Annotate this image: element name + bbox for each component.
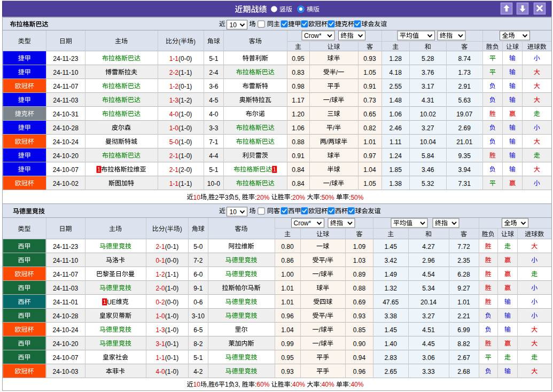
svg-text:(1-0): (1-0) (165, 285, 178, 292)
svg-text:60%: 60% (256, 381, 269, 388)
svg-text:1-3: 1-3 (155, 326, 165, 334)
svg-text:9.27: 9.27 (457, 285, 470, 292)
svg-text:1.06: 1.06 (292, 124, 305, 132)
svg-text:3.94: 3.94 (458, 166, 471, 174)
svg-text:(1-0): (1-0) (178, 138, 192, 146)
svg-text:4-0: 4-0 (209, 111, 219, 118)
svg-text:,: , (207, 194, 208, 201)
svg-text:0.98: 0.98 (292, 83, 305, 90)
svg-text:3.06: 3.06 (422, 354, 435, 362)
svg-text:3.27: 3.27 (422, 312, 435, 320)
svg-text:10: 10 (193, 194, 201, 201)
svg-text:24-10-07: 24-10-07 (53, 166, 79, 174)
svg-text:1-2: 1-2 (169, 83, 179, 90)
svg-text:1.09: 1.09 (353, 243, 366, 250)
svg-text:5.32: 5.32 (422, 180, 434, 187)
svg-text:2.68: 2.68 (457, 368, 470, 375)
svg-text:1: 1 (97, 166, 100, 173)
svg-text:2.55: 2.55 (390, 83, 402, 90)
svg-text:0.83: 0.83 (292, 69, 305, 76)
svg-text:0.96: 0.96 (353, 368, 366, 375)
svg-text:1.17: 1.17 (292, 97, 305, 104)
svg-text:9.35: 9.35 (458, 152, 471, 160)
svg-text:4.31: 4.31 (422, 97, 434, 104)
svg-text:24-11-03: 24-11-03 (53, 97, 78, 104)
svg-text:1.06: 1.06 (390, 111, 402, 118)
svg-text:(1-1): (1-1) (165, 271, 178, 278)
svg-text:0.94: 0.94 (353, 354, 366, 362)
svg-text:4-5: 4-5 (209, 97, 219, 104)
svg-text:0.93: 0.93 (281, 368, 294, 375)
svg-text:24-10-02: 24-10-02 (53, 180, 79, 187)
svg-text:1.85: 1.85 (390, 166, 402, 174)
svg-text:8.82: 8.82 (457, 340, 470, 348)
svg-text:1.38: 1.38 (390, 180, 402, 187)
svg-text:2.83: 2.83 (385, 354, 398, 362)
svg-text:5.28: 5.28 (422, 55, 434, 62)
svg-text:0.84: 0.84 (292, 180, 305, 187)
svg-text:24-11-10: 24-11-10 (53, 257, 78, 264)
svg-text:(0-0): (0-0) (165, 257, 178, 264)
svg-text:1-1: 1-1 (155, 354, 165, 362)
svg-text:8-2: 8-2 (193, 340, 203, 348)
svg-text:2-1: 2-1 (155, 243, 165, 250)
svg-text:): ) (193, 38, 196, 45)
svg-text:24-10-20: 24-10-20 (52, 340, 78, 348)
svg-text:(1-0): (1-0) (178, 152, 192, 160)
svg-text:3.42: 3.42 (385, 257, 398, 264)
svg-text:20.14: 20.14 (420, 299, 437, 306)
svg-text:4-0: 4-0 (155, 368, 165, 375)
svg-text:24-11-07: 24-11-07 (53, 271, 78, 278)
svg-text:(1-1): (1-1) (178, 69, 192, 76)
svg-text:(: ( (165, 225, 167, 233)
svg-text:3: 3 (225, 194, 229, 201)
svg-text:1-3: 1-3 (169, 97, 179, 104)
svg-text:4.18: 4.18 (390, 69, 402, 76)
svg-text:2.21: 2.21 (457, 312, 470, 320)
svg-text:3,: 3, (235, 381, 240, 388)
svg-text:10: 10 (230, 21, 237, 29)
svg-text:24-10-20: 24-10-20 (53, 152, 79, 160)
svg-text:5,: 5, (235, 194, 240, 201)
svg-text:2-2: 2-2 (169, 69, 179, 76)
svg-text:2: 2 (215, 194, 219, 201)
svg-text:10-0: 10-0 (207, 180, 220, 187)
svg-text:5-0: 5-0 (193, 243, 203, 250)
svg-text:24-10-31: 24-10-31 (53, 111, 79, 118)
svg-text:24-10-07: 24-10-07 (52, 354, 78, 362)
svg-text:1.28: 1.28 (390, 55, 402, 62)
svg-text:2-4: 2-4 (209, 69, 219, 76)
svg-text:0.91: 0.91 (292, 152, 305, 160)
svg-text:0.73: 0.73 (363, 97, 376, 104)
svg-text:10: 10 (193, 381, 201, 388)
svg-text:(0-1): (0-1) (165, 243, 178, 250)
svg-text:4-2: 4-2 (193, 368, 203, 375)
svg-text:4-0: 4-0 (169, 111, 179, 118)
svg-text:1-0: 1-0 (155, 312, 165, 320)
svg-text:(1-0): (1-0) (165, 326, 178, 334)
svg-text:5-1: 5-1 (193, 354, 203, 362)
svg-text:4.45: 4.45 (422, 340, 435, 348)
svg-text:Crow*: Crow* (304, 32, 322, 40)
svg-text:1: 1 (103, 299, 106, 305)
svg-text:4.51: 4.51 (422, 326, 435, 334)
svg-text:5-0: 5-0 (169, 138, 179, 146)
svg-text:(1-0): (1-0) (178, 111, 192, 118)
svg-text:0.69: 0.69 (353, 299, 366, 306)
svg-text:1-1: 1-1 (169, 55, 179, 62)
svg-text:1.45: 1.45 (385, 243, 398, 250)
svg-text:3-10: 3-10 (192, 312, 205, 320)
svg-text:24-11-01: 24-11-01 (53, 299, 78, 306)
svg-text:(1-0): (1-0) (178, 124, 192, 132)
svg-text:8.74: 8.74 (458, 55, 471, 62)
svg-text:6-0: 6-0 (193, 271, 203, 278)
svg-text:1.01: 1.01 (457, 299, 470, 306)
svg-text:(2-0): (2-0) (178, 166, 192, 174)
svg-text:0.89: 0.89 (353, 271, 366, 278)
svg-text:47.65: 47.65 (383, 299, 399, 306)
svg-text:3-1: 3-1 (155, 340, 165, 348)
svg-text:0.84: 0.84 (292, 166, 305, 174)
svg-text:6.99: 6.99 (457, 326, 470, 334)
svg-text:50%: 50% (351, 194, 363, 201)
svg-text:4.54: 4.54 (422, 271, 435, 278)
